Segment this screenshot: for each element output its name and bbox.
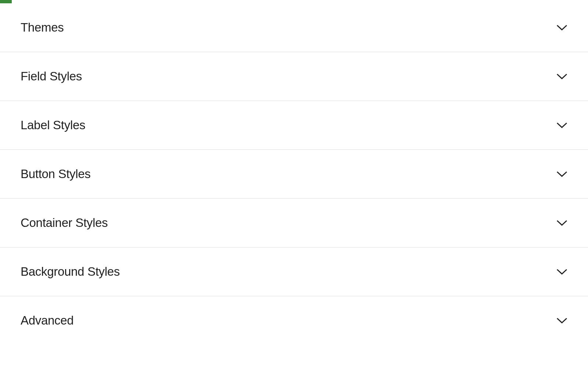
- accordion-label: Field Styles: [21, 69, 82, 83]
- chevron-down-icon: [556, 120, 567, 131]
- chevron-down-icon: [556, 217, 567, 228]
- accordion-section-button-styles[interactable]: Button Styles: [0, 150, 588, 199]
- accordion-label: Button Styles: [21, 167, 91, 181]
- top-marker: [0, 0, 12, 3]
- accordion-section-themes[interactable]: Themes: [0, 3, 588, 52]
- accordion-label: Advanced: [21, 314, 74, 327]
- chevron-down-icon: [556, 169, 567, 180]
- accordion-section-field-styles[interactable]: Field Styles: [0, 52, 588, 101]
- accordion-label: Container Styles: [21, 216, 108, 230]
- chevron-down-icon: [556, 71, 567, 82]
- accordion-section-advanced[interactable]: Advanced: [0, 296, 588, 345]
- accordion-label: Background Styles: [21, 265, 120, 279]
- accordion-container: Themes Field Styles Label Styles Button …: [0, 3, 588, 345]
- accordion-section-label-styles[interactable]: Label Styles: [0, 101, 588, 150]
- accordion-label: Themes: [21, 21, 64, 35]
- chevron-down-icon: [556, 266, 567, 277]
- chevron-down-icon: [556, 22, 567, 33]
- accordion-section-background-styles[interactable]: Background Styles: [0, 247, 588, 296]
- chevron-down-icon: [556, 315, 567, 326]
- accordion-label: Label Styles: [21, 118, 85, 132]
- accordion-section-container-styles[interactable]: Container Styles: [0, 199, 588, 247]
